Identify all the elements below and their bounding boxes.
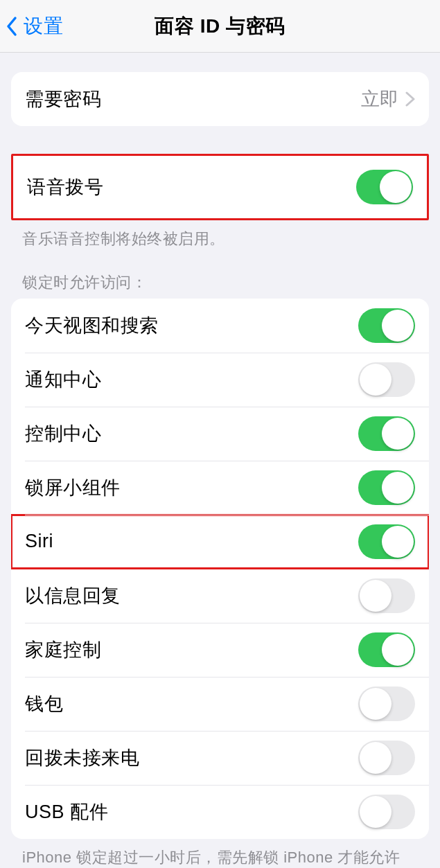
lock-access-item-label: 家庭控制: [25, 637, 358, 662]
settings-content: 需要密码 立即 语音拨号 音乐语音控制将始终被启用。 锁定时允许访问： 今天视图…: [0, 72, 440, 868]
lock-access-footer: iPhone 锁定超过一小时后，需先解锁 iPhone 才能允许USB 配件连接…: [22, 847, 418, 868]
require-passcode-value: 立即: [361, 87, 398, 112]
lock-access-item-label: Siri: [25, 531, 358, 552]
lock-access-row: 家庭控制: [11, 623, 429, 677]
voice-dial-label: 语音拨号: [27, 175, 356, 200]
lock-access-row: 今天视图和搜索: [11, 299, 429, 353]
voice-dial-row: 语音拨号: [13, 156, 427, 218]
lock-access-toggle[interactable]: [358, 687, 415, 721]
page-title: 面容 ID 与密码: [0, 13, 440, 39]
lock-access-item-label: USB 配件: [25, 799, 358, 824]
voice-dial-group: 语音拨号: [11, 154, 429, 220]
lock-access-toggle[interactable]: [358, 362, 415, 397]
lock-access-row: 钱包: [11, 677, 429, 731]
lock-access-row: 以信息回复: [11, 569, 429, 623]
lock-access-toggle[interactable]: [358, 795, 415, 829]
lock-access-item-label: 以信息回复: [25, 583, 358, 608]
lock-access-row: 锁屏小组件: [11, 461, 429, 515]
lock-access-row: 控制中心: [11, 407, 429, 461]
lock-access-toggle[interactable]: [358, 308, 415, 343]
lock-access-item-label: 钱包: [25, 691, 358, 716]
lock-access-item-label: 通知中心: [25, 367, 358, 392]
lock-access-toggle[interactable]: [358, 741, 415, 775]
require-passcode-label: 需要密码: [25, 87, 361, 112]
lock-access-header: 锁定时允许访问：: [22, 272, 418, 293]
lock-access-row: Siri: [11, 515, 429, 569]
require-passcode-row[interactable]: 需要密码 立即: [11, 72, 429, 126]
lock-access-row: 回拨未接来电: [11, 731, 429, 785]
lock-access-toggle[interactable]: [358, 416, 415, 451]
voice-dial-footer: 音乐语音控制将始终被启用。: [22, 229, 418, 250]
back-label: 设置: [24, 13, 64, 39]
lock-access-row: 通知中心: [11, 353, 429, 407]
voice-dial-toggle[interactable]: [356, 170, 413, 204]
passcode-require-group: 需要密码 立即: [11, 72, 429, 126]
lock-access-row: USB 配件: [11, 785, 429, 839]
lock-access-item-label: 回拨未接来电: [25, 745, 358, 770]
lock-access-toggle[interactable]: [358, 578, 415, 613]
lock-access-group: 今天视图和搜索通知中心控制中心锁屏小组件Siri以信息回复家庭控制钱包回拨未接来…: [11, 299, 429, 839]
lock-access-toggle[interactable]: [358, 470, 415, 505]
back-button[interactable]: 设置: [0, 13, 64, 39]
chevron-left-icon: [6, 15, 19, 37]
navigation-bar: 设置 面容 ID 与密码: [0, 0, 440, 53]
lock-access-toggle[interactable]: [358, 524, 415, 559]
chevron-right-icon: [405, 91, 415, 107]
lock-access-item-label: 今天视图和搜索: [25, 313, 358, 338]
lock-access-toggle[interactable]: [358, 632, 415, 667]
lock-access-item-label: 控制中心: [25, 421, 358, 446]
lock-access-item-label: 锁屏小组件: [25, 475, 358, 500]
